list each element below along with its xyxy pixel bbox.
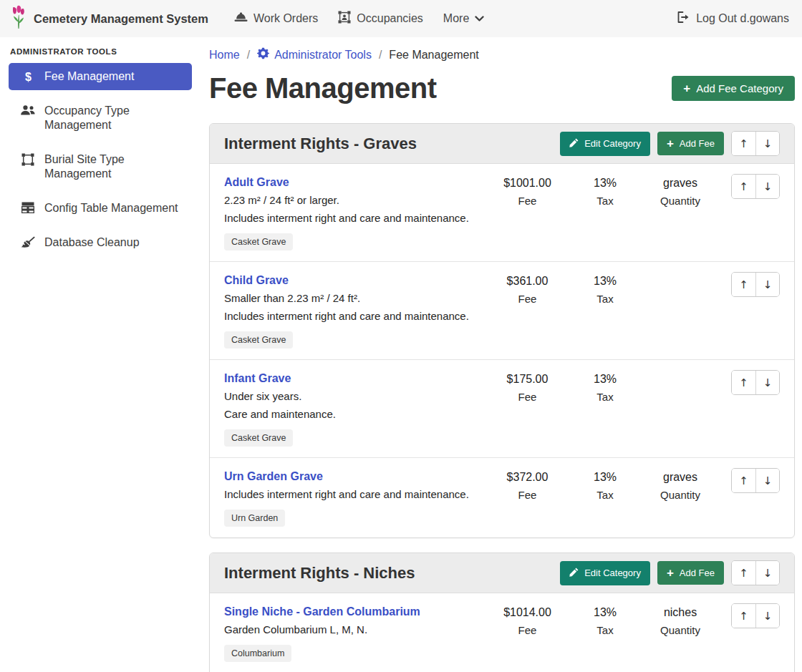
move-fee-down-button[interactable]: ↓ xyxy=(755,604,779,628)
category-reorder-group: ↑ ↓ xyxy=(731,131,780,156)
fee-amount-label: Fee xyxy=(518,389,537,406)
top-navbar: Cemetery Management System Work Orders xyxy=(0,0,802,37)
fee-amount-column: $1001.00 Fee xyxy=(483,174,572,210)
fee-category-card: Interment Rights - Niches Edit Category … xyxy=(209,552,795,672)
add-fee-button[interactable]: + Add Fee xyxy=(657,561,724,585)
add-fee-category-label: Add Fee Category xyxy=(696,82,783,94)
category-title: Interment Rights - Niches xyxy=(224,564,415,583)
fee-name-link[interactable]: Child Grave xyxy=(224,272,289,289)
fee-reorder-group: ↑ ↓ xyxy=(731,603,780,628)
move-fee-up-button[interactable]: ↑ xyxy=(732,371,755,394)
fee-name-link[interactable]: Infant Grave xyxy=(224,370,291,387)
fee-reorder-group: ↑ ↓ xyxy=(731,370,780,395)
admin-sidebar: ADMINISTRATOR TOOLS $ Fee Management Occ… xyxy=(0,37,200,263)
sidebar-item-label: Occupancy Type Management xyxy=(44,104,180,132)
add-fee-label: Add Fee xyxy=(680,568,715,578)
fee-tax-value: 13% xyxy=(594,469,617,486)
vector-square-icon xyxy=(20,152,36,166)
fee-name-link[interactable]: Urn Garden Grave xyxy=(224,468,323,485)
svg-text:$: $ xyxy=(25,71,32,83)
fee-quantity-label: Quantity xyxy=(660,487,700,504)
fee-description: 2.23 m² / 24 ft² or larger. xyxy=(224,192,475,209)
fee-name-link[interactable]: Adult Grave xyxy=(224,174,289,191)
move-fee-up-button[interactable]: ↑ xyxy=(732,604,755,628)
nav-logout[interactable]: Log Out d.gowans xyxy=(677,11,789,26)
fee-tax-value: 13% xyxy=(594,175,617,192)
sidebar-item-database-cleanup[interactable]: Database Cleanup xyxy=(9,229,192,256)
move-fee-up-button[interactable]: ↑ xyxy=(732,273,755,296)
fee-descriptions: Garden Columbarium L, M, N. xyxy=(224,621,475,638)
sidebar-item-label: Burial Site Type Management xyxy=(44,152,180,181)
fee-row: Adult Grave 2.23 m² / 24 ft² or larger.I… xyxy=(210,164,794,261)
category-header: Interment Rights - Graves Edit Category … xyxy=(210,124,794,164)
move-category-down-button[interactable]: ↓ xyxy=(755,561,779,585)
breadcrumb: Home / Administrator Tools / Fee Managem… xyxy=(209,47,795,62)
fee-amount-column: $361.00 Fee xyxy=(483,272,572,308)
fee-quantity-label: Quantity xyxy=(660,193,700,210)
fee-tax-column: 13% Tax xyxy=(572,370,638,406)
fee-category-card: Interment Rights - Graves Edit Category … xyxy=(209,123,795,538)
sidebar-item-label: Fee Management xyxy=(44,69,134,84)
fee-tax-label: Tax xyxy=(596,487,613,504)
fee-type-badge: Casket Grave xyxy=(224,331,293,349)
breadcrumb-admin-tools-label: Administrator Tools xyxy=(274,49,372,62)
fee-descriptions: 2.23 m² / 24 ft² or larger.Includes inte… xyxy=(224,192,475,227)
edit-category-button[interactable]: Edit Category xyxy=(560,132,650,156)
fee-quantity-value: graves xyxy=(663,469,697,486)
fee-row: Urn Garden Grave Includes interment righ… xyxy=(210,457,794,537)
fee-quantity-column: niches Quantity xyxy=(638,603,723,639)
fee-row: Child Grave Smaller than 2.23 m² / 24 ft… xyxy=(210,261,794,359)
fee-description: Includes interment right and care and ma… xyxy=(224,210,475,227)
category-reorder-group: ↑ ↓ xyxy=(731,560,780,585)
fee-reorder-group: ↑ ↓ xyxy=(731,468,780,493)
nav-work-orders[interactable]: Work Orders xyxy=(234,11,318,26)
fee-quantity-column xyxy=(638,272,723,273)
sign-out-icon xyxy=(677,11,690,26)
sidebar-item-label: Database Cleanup xyxy=(44,235,140,250)
fee-amount-column: $1014.00 Fee xyxy=(483,603,572,639)
gear-icon xyxy=(257,47,269,62)
move-category-up-button[interactable]: ↑ xyxy=(732,561,755,585)
edit-category-label: Edit Category xyxy=(584,138,641,149)
nav-occupancies[interactable]: Occupancies xyxy=(338,11,423,26)
move-fee-up-button[interactable]: ↑ xyxy=(732,469,755,492)
fee-amount-column: $175.00 Fee xyxy=(483,370,572,406)
nav-work-orders-label: Work Orders xyxy=(253,12,318,25)
breadcrumb-admin-tools-link[interactable]: Administrator Tools xyxy=(257,47,372,62)
nav-more[interactable]: More xyxy=(443,12,484,25)
move-fee-down-button[interactable]: ↓ xyxy=(755,175,779,198)
fee-descriptions: Smaller than 2.23 m² / 24 ft².Includes i… xyxy=(224,290,475,325)
fee-tax-column: 13% Tax xyxy=(572,174,638,210)
fee-description: Under six years. xyxy=(224,388,475,405)
move-fee-down-button[interactable]: ↓ xyxy=(755,273,779,296)
fee-type-badge: Casket Grave xyxy=(224,233,293,250)
main-content: Home / Administrator Tools / Fee Managem… xyxy=(200,37,802,672)
move-fee-down-button[interactable]: ↓ xyxy=(755,469,779,492)
fee-name-link[interactable]: Single Niche - Garden Columbarium xyxy=(224,603,420,620)
move-fee-up-button[interactable]: ↑ xyxy=(732,175,755,198)
fee-list: Single Niche - Garden Columbarium Garden… xyxy=(210,593,794,672)
fee-tax-column: 13% Tax xyxy=(572,272,638,308)
fee-tax-label: Tax xyxy=(596,622,613,639)
move-fee-down-button[interactable]: ↓ xyxy=(755,371,779,394)
breadcrumb-home-link[interactable]: Home xyxy=(209,49,240,62)
sidebar-item-label: Config Table Management xyxy=(44,201,178,215)
sidebar-item-occupancy-type[interactable]: Occupancy Type Management xyxy=(9,97,192,139)
edit-category-button[interactable]: Edit Category xyxy=(560,561,650,585)
fee-amount-label: Fee xyxy=(518,622,537,639)
add-fee-category-button[interactable]: + Add Fee Category xyxy=(672,76,795,101)
plus-icon: + xyxy=(667,568,674,578)
add-fee-button[interactable]: + Add Fee xyxy=(657,132,724,155)
move-category-up-button[interactable]: ↑ xyxy=(732,132,755,155)
plus-icon: + xyxy=(683,84,690,93)
sidebar-item-burial-site-type[interactable]: Burial Site Type Management xyxy=(9,146,192,188)
sidebar-heading: ADMINISTRATOR TOOLS xyxy=(9,46,192,63)
sidebar-item-config-table[interactable]: Config Table Management xyxy=(9,195,192,222)
fee-quantity-column: graves Quantity xyxy=(638,468,723,504)
fee-description: Care and maintenance. xyxy=(224,406,475,423)
sidebar-item-fee-management[interactable]: $ Fee Management xyxy=(9,63,192,90)
fee-category-list: Interment Rights - Graves Edit Category … xyxy=(209,123,795,672)
move-category-down-button[interactable]: ↓ xyxy=(755,132,779,155)
add-fee-label: Add Fee xyxy=(680,138,715,149)
hard-hat-icon xyxy=(234,11,248,26)
